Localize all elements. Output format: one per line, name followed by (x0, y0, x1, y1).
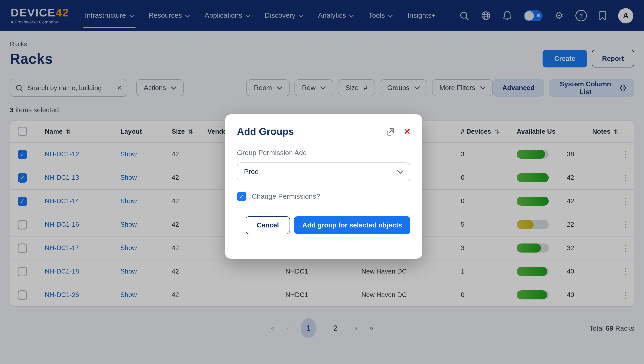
group-permission-label: Group Permission Add (237, 149, 410, 157)
change-permissions-label: Change Permissions? (252, 192, 320, 201)
modal-title: Add Groups (237, 126, 294, 137)
change-permissions-checkbox[interactable]: ✓ (237, 192, 246, 201)
cancel-button[interactable]: Cancel (246, 216, 290, 234)
expand-modal-icon[interactable] (386, 127, 395, 136)
add-groups-modal: Add Groups × Group Permission Add Prod ✓… (225, 114, 422, 259)
add-group-submit-button[interactable]: Add group for selected objects (294, 216, 410, 234)
chevron-down-icon (397, 170, 403, 174)
app-window: DEVICE42 A Freshworks Company Infrastruc… (0, 0, 644, 364)
group-permission-select[interactable]: Prod (237, 162, 410, 181)
selected-group-value: Prod (244, 168, 259, 176)
close-modal-icon[interactable]: × (404, 126, 410, 136)
